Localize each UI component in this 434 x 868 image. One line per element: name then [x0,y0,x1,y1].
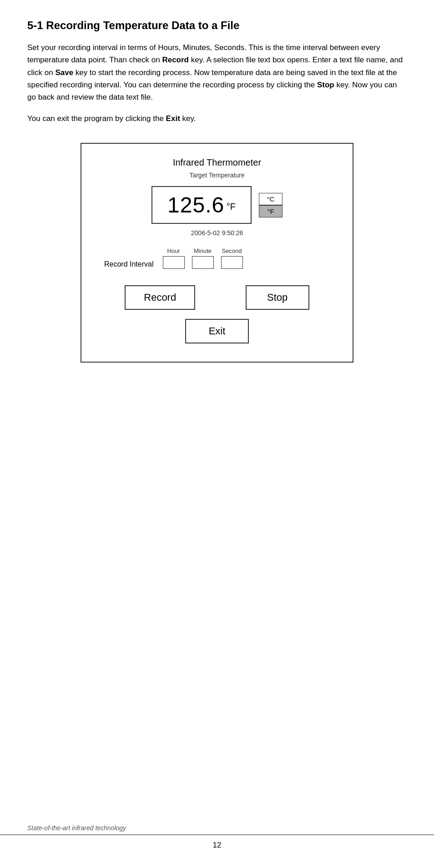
ui-app-title: Infrared Thermometer [100,157,334,168]
primary-buttons-row: Record Stop [100,285,334,310]
ui-mockup-container: Infrared Thermometer Target Temperature … [81,143,353,363]
ui-subtitle: Target Temperature [100,172,334,179]
exit-button[interactable]: Exit [185,319,249,343]
datetime-display: 2006-5-02 9:50:26 [100,229,334,237]
exit-paragraph: You can exit the program by clicking the… [27,112,407,125]
second-input-group: Second [221,247,243,269]
interval-label: Record Interval [104,260,154,268]
footer-tagline: State-of-the-art infrared technology [27,824,126,832]
unit-selector: °C °F [259,193,283,217]
hour-input[interactable] [163,256,185,269]
stop-button[interactable]: Stop [246,285,309,310]
temperature-display: 125.6 °F [151,186,252,224]
description-paragraph: Set your recording interval in terms of … [27,41,407,103]
footer-divider [0,834,434,835]
second-input[interactable] [221,256,243,269]
fahrenheit-option[interactable]: °F [259,205,283,217]
minute-label: Minute [194,247,212,254]
temperature-value: 125.6 [167,193,224,217]
temperature-unit-display: °F [227,202,236,212]
second-label: Second [222,247,242,254]
interval-section: Record Interval Hour Minute Second [100,247,334,269]
hour-label: Hour [167,247,180,254]
hour-input-group: Hour [163,247,185,269]
record-button[interactable]: Record [125,285,195,310]
minute-input-group: Minute [192,247,214,269]
minute-input[interactable] [192,256,214,269]
page-title: 5-1 Recording Temperature Data to a File [27,18,407,32]
celsius-option[interactable]: °C [259,193,283,205]
page-number: 12 [213,841,222,850]
interval-inputs: Hour Minute Second [163,247,243,269]
secondary-buttons-row: Exit [100,319,334,343]
